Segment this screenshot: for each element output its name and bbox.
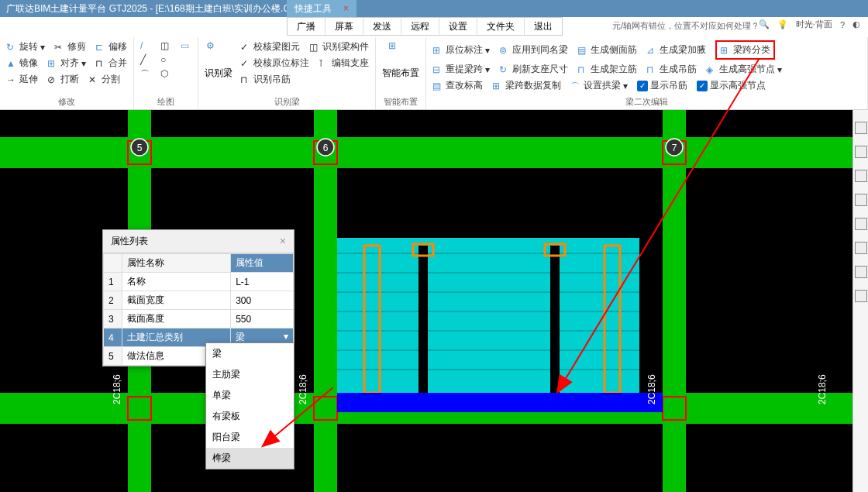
toolbar-icon-7[interactable] <box>855 266 867 278</box>
top-menu: 广播 屏幕 发送 远程 设置 文件夹 退出 <box>287 17 563 36</box>
time-label[interactable]: 时光·背面 <box>796 19 832 30</box>
draw-line[interactable]: / <box>140 40 151 51</box>
svg-text:2C18;6: 2C18;6 <box>817 374 828 404</box>
check-position-annotation[interactable]: ✓校核原位标注 <box>240 57 309 70</box>
table-row[interactable]: 3 截面高度 550 <box>104 310 294 329</box>
extend-button[interactable]: →延伸 <box>6 73 38 86</box>
ribbon-group-draw: / ◫ ▭ ╱ ○ ⌒ ⬡ 绘图 <box>134 37 198 109</box>
help-icon[interactable]: ? <box>840 20 845 29</box>
dropdown-option-hover[interactable]: 榫梁 <box>206 448 294 469</box>
draw-circle[interactable]: ○ <box>160 54 171 65</box>
menu-broadcast[interactable]: 广播 <box>288 18 326 35</box>
set-arch-beam[interactable]: ⌒设置拱梁 ▾ <box>570 79 628 92</box>
dropdown-option[interactable]: 梁 <box>206 343 294 364</box>
user-icon[interactable]: ◐ <box>852 19 860 29</box>
offset-button[interactable]: ⊏偏移 <box>95 40 127 53</box>
tab-title: 快捷工具 × <box>287 0 356 17</box>
toolbar-icon-3[interactable] <box>855 170 867 182</box>
header-value: 属性值 <box>231 254 294 273</box>
show-hanger-checkbox[interactable]: ✓显示吊筋 <box>637 79 687 92</box>
search-icon[interactable]: 🔍 <box>759 19 770 29</box>
menu-remote[interactable]: 远程 <box>401 18 439 35</box>
light-icon[interactable]: 💡 <box>777 19 788 29</box>
break-button[interactable]: ⊘打断 <box>47 73 79 86</box>
generate-side-rebar[interactable]: ▤生成侧面筋 <box>577 43 637 57</box>
svg-rect-10 <box>663 110 686 492</box>
generate-bracket-rebar[interactable]: ⊓生成架立筋 <box>577 63 637 76</box>
merge-button[interactable]: ⊓合并 <box>95 57 127 70</box>
help-text: 元/轴网有错位，位置不对应如何处理？ <box>612 20 760 32</box>
svg-text:6: 6 <box>323 143 329 153</box>
show-high-strength-checkbox[interactable]: ✓显示高强节点 <box>697 79 766 92</box>
beam-span-data-copy[interactable]: ⊞梁跨数据复制 <box>492 79 561 92</box>
panel-title: 属性列表 <box>111 235 148 248</box>
beam-span-classify[interactable]: ⊞梁跨分类 <box>715 40 775 60</box>
trim-button[interactable]: ✂修剪 <box>54 40 86 53</box>
title-text: 广联达BIM土建计量平台 GTJ2025 - [E:\168期土建白班\实训办公… <box>6 2 291 15</box>
svg-rect-26 <box>550 246 560 393</box>
top-right-icons: 🔍 💡 时光·背面 ? ◐ <box>759 19 860 30</box>
apply-same-beam[interactable]: ⊚应用到同名梁 <box>499 43 568 57</box>
dropdown-option[interactable]: 主肋梁 <box>206 364 294 385</box>
relift-beam-span[interactable]: ⊟重提梁跨 ▾ <box>432 63 490 76</box>
svg-rect-9 <box>314 110 337 492</box>
draw-rect[interactable]: ▭ <box>181 40 191 51</box>
toolbar-icon-5[interactable] <box>855 218 867 230</box>
svg-rect-25 <box>418 246 428 393</box>
right-toolbar <box>852 110 868 492</box>
toolbar-icon-8[interactable] <box>855 290 867 302</box>
dropdown-option[interactable]: 单梁 <box>206 385 294 406</box>
ribbon-group-beam-edit: ⊞原位标注 ▾ ⊚应用到同名梁 ▤生成侧面筋 ⊿生成梁加腋 ⊞梁跨分类 ⊟重提梁… <box>426 37 868 109</box>
generate-beam-haunch[interactable]: ⊿生成梁加腋 <box>646 43 706 57</box>
check-beam-element[interactable]: ✓校核梁图元 <box>240 40 300 53</box>
dropdown-option[interactable]: 阳台梁 <box>206 427 294 448</box>
draw-curve[interactable]: ⌒ <box>140 68 151 79</box>
refresh-support-size[interactable]: ↻刷新支座尺寸 <box>499 63 568 76</box>
titlebar: 广联达BIM土建计量平台 GTJ2025 - [E:\168期土建白班\实训办公… <box>0 0 868 17</box>
menu-exit[interactable]: 退出 <box>525 18 562 35</box>
draw-arc[interactable]: ╱ <box>140 54 151 65</box>
smart-layout-button[interactable]: ⊞ 智能布置 <box>382 40 419 80</box>
recognize-hanger[interactable]: ⊓识别吊筋 <box>240 73 291 86</box>
menu-settings[interactable]: 设置 <box>439 18 477 35</box>
ribbon-group-recognize-beam: ⚙ 识别梁 ✓校核梁图元 ◫识别梁构件 ✓校核原位标注 ⊺编辑支座 ⊓识别吊筋 … <box>198 37 376 109</box>
toolbar-icon-6[interactable] <box>855 242 867 254</box>
table-row[interactable]: 1 名称 L-1 <box>104 273 294 291</box>
ribbon: ↻旋转 ▾ ✂修剪 ⊏偏移 ▲镜像 ⊞对齐 ▾ ⊓合并 →延伸 ⊘打断 ✕分割 … <box>0 37 868 110</box>
recognize-beam-button[interactable]: ⚙ 识别梁 <box>205 40 232 86</box>
generate-hanger[interactable]: ⊓生成吊筋 <box>646 63 697 76</box>
split-button[interactable]: ✕分割 <box>88 73 120 86</box>
edit-support[interactable]: ⊺编辑支座 <box>319 57 369 70</box>
svg-text:2C18;6: 2C18;6 <box>112 374 122 404</box>
close-icon[interactable]: × <box>343 3 349 14</box>
ribbon-group-smart-layout: ⊞ 智能布置 智能布置 <box>376 37 426 109</box>
svg-text:7: 7 <box>672 143 677 153</box>
rotate-button[interactable]: ↻旋转 ▾ <box>6 40 45 53</box>
menu-send[interactable]: 发送 <box>363 18 401 35</box>
close-icon[interactable]: × <box>280 235 286 248</box>
table-row[interactable]: 2 截面宽度 300 <box>104 291 294 310</box>
view-modify-elevation[interactable]: ▤查改标高 <box>432 79 483 92</box>
ribbon-group-modify: ↻旋转 ▾ ✂修剪 ⊏偏移 ▲镜像 ⊞对齐 ▾ ⊓合并 →延伸 ⊘打断 ✕分割 … <box>0 37 134 109</box>
menu-screen[interactable]: 屏幕 <box>326 18 363 35</box>
draw-erase[interactable]: ◫ <box>160 40 171 51</box>
align-button[interactable]: ⊞对齐 ▾ <box>47 57 86 70</box>
generate-high-strength-node[interactable]: ◈生成高强节点 ▾ <box>706 63 782 76</box>
toolbar-icon-4[interactable] <box>855 194 867 206</box>
dropdown-menu: 梁 主肋梁 单梁 有梁板 阳台梁 榫梁 <box>205 342 294 470</box>
draw-shape[interactable]: ⬡ <box>160 68 171 79</box>
mirror-button[interactable]: ▲镜像 <box>6 57 38 70</box>
recognize-beam-member[interactable]: ◫识别梁构件 <box>309 40 369 53</box>
position-annotation[interactable]: ⊞原位标注 ▾ <box>432 43 490 57</box>
menu-folder[interactable]: 文件夹 <box>477 18 525 35</box>
toolbar-icon-2[interactable] <box>855 146 867 158</box>
svg-rect-31 <box>337 393 663 412</box>
dropdown-option[interactable]: 有梁板 <box>206 406 294 427</box>
toolbar-icon-1[interactable] <box>855 122 867 134</box>
svg-text:5: 5 <box>137 143 143 153</box>
svg-text:2C18;6: 2C18;6 <box>298 374 308 404</box>
svg-text:2C18;6: 2C18;6 <box>646 374 657 404</box>
header-name: 属性名称 <box>122 254 231 273</box>
